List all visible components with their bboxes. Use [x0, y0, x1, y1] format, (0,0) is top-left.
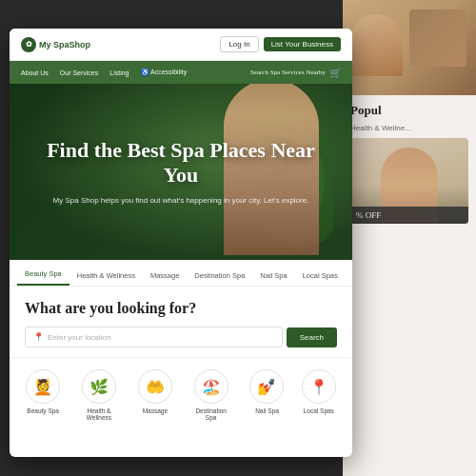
nail-spa-icon: 💅	[249, 369, 284, 404]
beauty-spa-icon: 💆	[26, 369, 60, 404]
local-spas-label: Local Spas	[304, 407, 334, 414]
category-local-spas[interactable]: 📍 Local Spas	[302, 369, 336, 414]
tab-health-wellness[interactable]: Health & Wellness	[69, 271, 143, 286]
destination-spa-icon: 🏖️	[194, 369, 228, 404]
category-health-wellness[interactable]: 🌿 Health & Wellness	[77, 369, 120, 421]
tab-nail-spa[interactable]: Nail Spa	[252, 271, 294, 286]
health-wellness-label: Health & Wellne...	[350, 124, 468, 132]
category-beauty-spa[interactable]: 💆 Beauty Spa	[26, 369, 60, 414]
health-wellness-icon: 🌿	[82, 369, 116, 404]
massage-label: Massage	[143, 407, 168, 414]
navbar: ✿ My SpaShop Log In List Your Business	[10, 29, 352, 61]
massage-icon: 🤲	[138, 369, 172, 404]
categories-section: 💆 Beauty Spa 🌿 Health & Wellness 🤲 Massa…	[10, 358, 352, 428]
search-section: What are you looking for? 📍 Enter your l…	[10, 287, 352, 358]
tab-massage[interactable]: Massage	[143, 271, 187, 286]
location-icon: 📍	[33, 332, 44, 342]
right-panel-middle: Popul Health & Wellne... % OFF	[343, 95, 476, 476]
location-input-display[interactable]: 📍 Enter your location	[25, 327, 283, 347]
nail-spa-label: Nail Spa	[255, 407, 279, 414]
tab-destination-spa[interactable]: Destination Spa	[187, 271, 252, 286]
cart-icon[interactable]: 🛒	[329, 68, 341, 78]
secondary-nav: About Us Our Services Listing ♿ Accessib…	[10, 61, 352, 84]
category-massage[interactable]: 🤲 Massage	[138, 369, 172, 414]
nav-item-about[interactable]: About Us	[21, 69, 49, 76]
accessibility-icon: ♿	[141, 69, 151, 75]
nav-buttons: Log In List Your Business	[220, 36, 341, 52]
tab-beauty-spa[interactable]: Beauty Spa	[17, 269, 69, 286]
nav-item-listing[interactable]: Listing	[109, 69, 129, 76]
logo-text: My SpaShop	[39, 40, 90, 50]
search-label-secondary: Search Spa Services Nearby	[250, 69, 326, 76]
discount-badge: % OFF	[350, 207, 468, 224]
search-section-label: What are you looking for?	[25, 300, 337, 317]
destination-spa-label: Destination Spa	[189, 407, 232, 421]
list-business-button[interactable]: List Your Business	[264, 37, 341, 51]
secondary-search: Search Spa Services Nearby 🛒	[250, 68, 341, 78]
nav-item-accessibility[interactable]: ♿ Accessibility	[141, 69, 188, 76]
logo[interactable]: ✿ My SpaShop	[21, 37, 90, 52]
browser-window: ✿ My SpaShop Log In List Your Business A…	[10, 29, 352, 457]
nav-item-services[interactable]: Our Services	[60, 69, 98, 76]
category-nail-spa[interactable]: 💅 Nail Spa	[249, 369, 284, 414]
tab-local-spas[interactable]: Local Spas	[295, 271, 346, 286]
category-destination-spa[interactable]: 🏖️ Destination Spa	[189, 369, 232, 421]
tabs-bar: Beauty Spa Health & Wellness Massage Des…	[10, 260, 352, 287]
hero-text-block: Find the Best Spa Places Near You My Spa…	[10, 138, 352, 207]
right-panel-person-image: % OFF	[350, 138, 468, 224]
search-button[interactable]: Search	[287, 327, 337, 347]
right-panel-top-image	[343, 0, 476, 95]
popular-label: Popul	[350, 103, 468, 118]
hero-title: Find the Best Spa Places Near You	[29, 138, 333, 188]
input-placeholder-text: Enter your location	[48, 333, 111, 342]
login-button[interactable]: Log In	[220, 36, 258, 52]
search-bar: 📍 Enter your location Search	[25, 327, 337, 347]
health-wellness-cat-label: Health & Wellness	[77, 407, 120, 421]
beauty-spa-label: Beauty Spa	[27, 407, 59, 414]
hero-section: Find the Best Spa Places Near You My Spa…	[10, 84, 352, 260]
logo-icon: ✿	[21, 37, 36, 52]
hero-subtitle: My Spa Shop helps you find out what's ha…	[29, 195, 333, 206]
local-spas-icon: 📍	[302, 369, 336, 404]
right-panel: Popul Health & Wellne... % OFF	[343, 0, 476, 476]
